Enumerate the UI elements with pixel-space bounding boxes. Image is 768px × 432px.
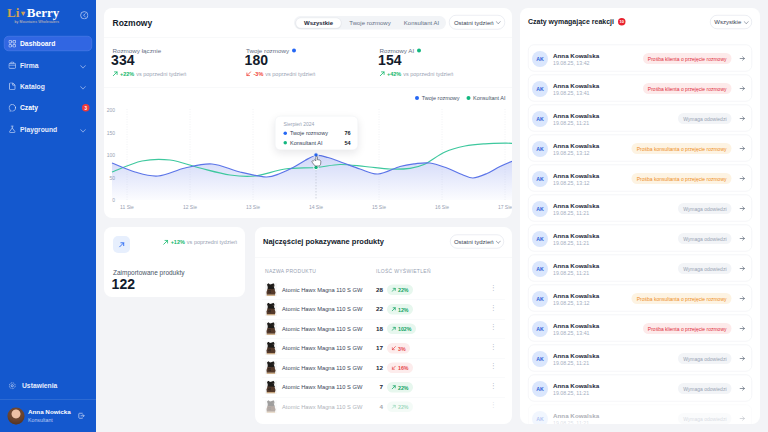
svg-text:12 Sie: 12 Sie	[183, 204, 197, 210]
svg-text:13 Sie: 13 Sie	[246, 204, 260, 210]
svg-text:15 Sie: 15 Sie	[372, 204, 386, 210]
svg-text:200: 200	[107, 107, 116, 113]
svg-text:100: 100	[107, 152, 116, 158]
svg-text:150: 150	[107, 130, 116, 136]
svg-text:11 Sie: 11 Sie	[120, 204, 134, 210]
svg-text:16 Sie: 16 Sie	[435, 204, 449, 210]
svg-text:17 Sie: 17 Sie	[498, 204, 512, 210]
svg-text:14 Sie: 14 Sie	[309, 204, 323, 210]
